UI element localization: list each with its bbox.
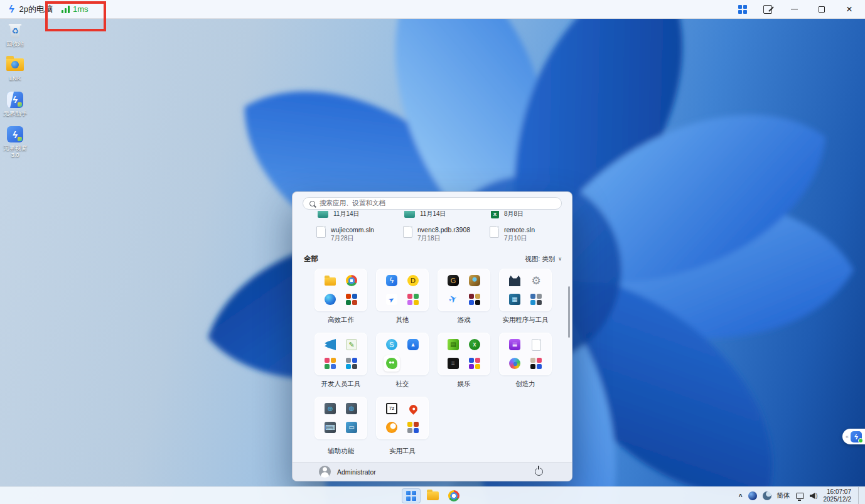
hidden-icons-chevron[interactable]: ^ [739,493,743,500]
category-card[interactable] [314,269,367,311]
clock[interactable]: 16:07:07 2025/12/2 [824,488,852,504]
category-card[interactable]: ≣ [499,333,552,375]
close-button[interactable]: × [844,4,855,15]
all-label: 全部 [304,254,318,264]
hearthstone-icon [469,275,480,286]
magnifier-tool-icon: ⊕ [325,403,336,414]
recent-item[interactable]: X8月8日 [491,211,524,218]
category-label: 开发人员工具 [321,380,361,389]
category-card[interactable]: ⚙▦ [499,269,552,311]
chevron-down-icon: ∨ [558,256,562,262]
minimize-button[interactable] [788,4,800,15]
desktop-icon-label: 回收站 [6,41,24,47]
recycle-bin-glyph: ♻ [8,22,22,38]
skype-icon: S [386,339,397,350]
remote-toolbar-widget[interactable]: « ϟ [842,429,865,444]
title-bar: ϟ 2p的电脑 1ms × [0,0,865,19]
remote-desktop-window: ϟ 2p的电脑 1ms × ♻回收站LNKϟ无界助手ϟ无界视窗3.0 搜索应用、… [0,0,865,504]
recent-file-name: remote.sln [504,226,535,234]
category-高效工作[interactable]: 高效工作 [314,269,367,324]
app-logo-icon: ϟ [9,4,14,15]
show-desktop-button[interactable] [858,487,860,504]
remote-app-float-icon: ϟ [851,431,862,442]
category-card[interactable]: ▤x≡ [438,333,490,375]
document-icon [490,226,499,238]
collapse-chevron-icon: « [846,434,849,440]
tray-app-icon-2[interactable] [763,491,771,500]
category-创造力[interactable]: ≣创造力 [499,333,552,389]
view-category-dropdown[interactable]: 视图: 类别 ∨ [525,255,562,264]
edge-icon [325,294,336,305]
category-card[interactable]: ⊕◍⌨▭ [314,397,367,439]
category-card[interactable]: 7z [376,397,429,439]
session-note-button[interactable] [763,5,772,14]
recent-file-item[interactable]: remote.sln7月10日 [490,226,535,243]
category-label: 实用程序与工具 [502,316,549,324]
category-娱乐[interactable]: ▤x≡娱乐 [438,333,490,389]
file-explorer-button[interactable] [423,488,442,503]
apps-grid-button[interactable] [738,5,747,14]
user-avatar[interactable] [319,466,331,478]
category-card[interactable]: ✎ [314,333,367,375]
recent-file-name: nvenc8.pdb.r3908 [417,226,470,234]
dev-colorful-icon [325,358,336,369]
category-实用工具[interactable]: 7z实用工具 [376,397,429,456]
document-icon [316,226,326,238]
recent-file-item[interactable]: nvenc8.pdb.r39087月18日 [403,226,470,243]
category-实用程序与工具[interactable]: ⚙▦实用程序与工具 [499,269,552,324]
games-cluster [469,294,480,305]
start-menu-scrollbar[interactable] [568,286,570,338]
wujie-window-icon[interactable]: ϟ无界视窗3.0 [1,126,29,158]
blank-document-icon [532,339,541,351]
tray-date: 2025/12/2 [824,496,852,504]
xbox-icon: x [469,339,480,350]
category-社交[interactable]: S▲社交 [376,333,429,389]
remote-computer-name: 2p的电脑 [19,4,52,15]
empty-slot [407,358,419,369]
category-card[interactable]: ϟD➤ [376,269,429,311]
blue-wing-app-icon: ➤ [386,294,397,305]
recent-clipped-row: 11月14日11月14日X8月8日 [303,211,563,221]
category-其他[interactable]: ϟD➤其他 [376,269,429,324]
perf-monitor-icon: ▦ [509,294,520,305]
display-tray-icon[interactable] [796,493,804,499]
category-label: 其他 [396,316,409,324]
tray-app-icon-1[interactable] [748,491,757,500]
utility-cluster [530,294,542,305]
recent-file-name: wujiecomm.sln [331,226,374,234]
recent-file-item[interactable]: wujiecomm.sln7月28日 [316,226,374,243]
category-card[interactable]: S▲ [376,333,429,375]
recent-item-date: 11月14日 [333,211,360,218]
volume-icon[interactable]: ) [810,493,818,499]
recent-file-text: wujiecomm.sln7月28日 [331,226,374,243]
excel-icon: X [491,211,499,218]
app-glyph: ϟ [7,126,23,142]
start-search-input[interactable]: 搜索应用、设置和文档 [303,197,562,210]
recent-item[interactable]: 11月14日 [404,211,446,218]
desktop-icon-label: 无界助手 [3,110,27,117]
start-button[interactable] [402,488,421,503]
settings-gear-icon: ⚙ [530,275,542,286]
category-label: 高效工作 [328,316,354,324]
category-label: 社交 [396,380,409,389]
recycle-bin-icon[interactable]: ♻回收站 [1,21,29,47]
link-folder-icon[interactable]: LNK [1,56,29,82]
chrome-button[interactable] [444,488,463,503]
system-tray: ^ 简体 ) 16:07:07 2025/12/2 [739,487,862,504]
lightning-app-icon: ϟ [386,275,397,286]
category-辅助功能[interactable]: ⊕◍⌨▭辅助功能 [314,397,367,456]
link-folder-icon-art [6,56,24,73]
category-card[interactable]: G✈ [438,269,490,311]
weather-icon [386,422,397,433]
dev-cluster [346,358,357,369]
power-button[interactable] [535,468,543,476]
maximize-button[interactable] [816,4,827,15]
wujie-assistant-icon[interactable]: ϟ无界助手 [1,91,29,117]
recent-item[interactable]: 11月14日 [318,211,360,218]
category-开发人员工具[interactable]: ✎开发人员工具 [314,333,367,389]
category-游戏[interactable]: G✈游戏 [438,269,490,324]
ime-indicator[interactable]: 简体 [777,491,790,500]
user-name[interactable]: Administrator [337,468,376,476]
file-explorer-icon [325,277,336,286]
7zip-icon: 7z [386,403,397,414]
